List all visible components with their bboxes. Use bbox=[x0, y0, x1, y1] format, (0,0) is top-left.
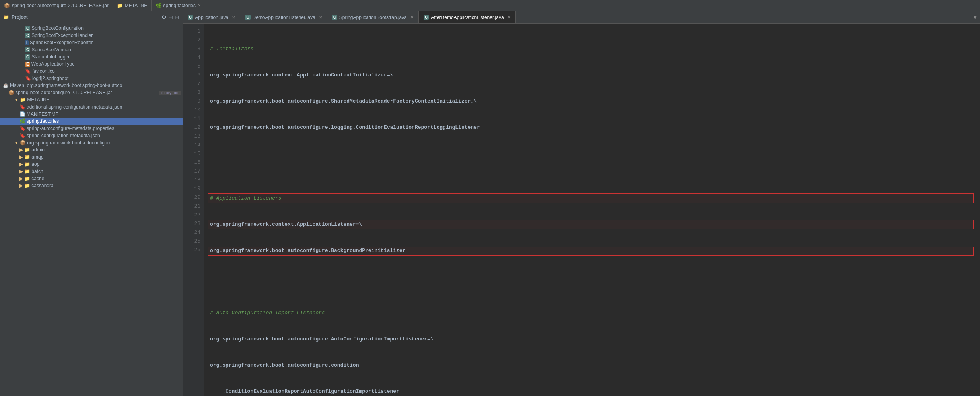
sidebar-item-cassandra[interactable]: ▶ 📁 cassandra bbox=[0, 182, 183, 189]
tab-application-java[interactable]: C Application.java ✕ bbox=[183, 11, 240, 23]
folder-icon-batch: ▶ 📁 bbox=[19, 169, 30, 174]
sidebar-item-label-springbootexceptionreporter: SpringBootExceptionReporter bbox=[30, 40, 181, 45]
sidebar-item-maven-root[interactable]: ☕ Maven: org.springframework.boot:spring… bbox=[0, 82, 183, 89]
interface-icon-springbootexceptionreporter: I bbox=[25, 40, 29, 45]
sidebar-item-springbootexceptionreporter[interactable]: I SpringBootExceptionReporter bbox=[0, 39, 183, 46]
editor-tabs: C Application.java ✕ C DemoApplicationLi… bbox=[183, 11, 980, 24]
library-root-badge: library root bbox=[159, 91, 181, 95]
sidebar-item-meta-inf[interactable]: ▼ 📁 META-INF bbox=[0, 96, 183, 103]
line-num-21: 21 bbox=[188, 202, 200, 211]
tab-label-spring-app-bootstrap: SpringApplicationBootstrap.java bbox=[339, 15, 407, 20]
sidebar-actions: ⚙ ⊟ ⊞ bbox=[161, 14, 179, 20]
folder-icon-cache: ▶ 📁 bbox=[19, 176, 30, 181]
tab-label-after-demo: AfterDemoApplicationListener.java bbox=[431, 15, 504, 20]
sidebar-item-springbootexceptionhandler[interactable]: C SpringBootExceptionHandler bbox=[0, 32, 183, 39]
tab-spring-app-bootstrap[interactable]: C SpringApplicationBootstrap.java ✕ bbox=[327, 11, 419, 23]
line-num-26: 26 bbox=[188, 246, 200, 254]
sidebar-item-batch[interactable]: ▶ 📁 batch bbox=[0, 168, 183, 175]
code-line-9 bbox=[210, 282, 974, 291]
close-icon-tab2[interactable]: ✕ bbox=[319, 15, 322, 19]
folder-icon-admin: ▶ 📁 bbox=[19, 147, 30, 153]
close-icon-tab4[interactable]: ✕ bbox=[508, 15, 511, 19]
sidebar-item-admin[interactable]: ▶ 📁 admin bbox=[0, 146, 183, 153]
expand-icon[interactable]: ⊞ bbox=[175, 14, 179, 20]
sidebar-item-label-spring-factories: spring.factories bbox=[27, 118, 181, 124]
sidebar-item-org-springframework[interactable]: ▼ 📦 org.springframework.boot.autoconfigu… bbox=[0, 139, 183, 146]
metainf-icon: 📁 bbox=[117, 3, 123, 8]
top-tab-spring-factories[interactable]: 🌿 spring.factories ✕ bbox=[152, 0, 205, 11]
class-icon-tab3: C bbox=[332, 15, 337, 20]
tab-label-application-java: Application.java bbox=[195, 15, 228, 20]
code-line-12a: org.springframework.boot.autoconfigure.c… bbox=[210, 361, 974, 370]
top-tab-metainf[interactable]: 📁 META-INF bbox=[113, 0, 152, 11]
spring-factories-icon: 🌿 bbox=[156, 3, 161, 8]
top-tab-jar[interactable]: 📦 spring-boot-autoconfigure-2.1.0.RELEAS… bbox=[0, 0, 113, 11]
top-tab-close-icon[interactable]: ✕ bbox=[198, 3, 201, 8]
sidebar-item-jar-root[interactable]: 📦 spring-boot-autoconfigure-2.1.0.RELEAS… bbox=[0, 89, 183, 96]
class-icon-startupinfologger: C bbox=[25, 54, 30, 60]
code-line-8-highlighted: org.springframework.boot.autoconfigure.B… bbox=[208, 247, 974, 256]
sidebar-item-log4j2[interactable]: 🔖 log4j2.springboot bbox=[0, 75, 183, 82]
sidebar-item-label-spring-configuration: spring-configuration-metadata.json bbox=[27, 133, 181, 138]
sidebar-item-aop[interactable]: ▶ 📁 aop bbox=[0, 161, 183, 168]
code-8: org.springframework.boot.autoconfigure.B… bbox=[210, 248, 405, 254]
sidebar-item-springbootconfiguration[interactable]: C SpringBootConfiguration bbox=[0, 25, 183, 32]
sidebar-item-webapplicationtype[interactable]: E WebApplicationType bbox=[0, 60, 183, 68]
sidebar-item-label-spring-autoconfigure: spring-autoconfigure-metadata.properties bbox=[27, 126, 181, 131]
sidebar-item-label-startupinfologger: StartupInfoLogger bbox=[31, 54, 181, 60]
line-num-24: 24 bbox=[188, 228, 200, 237]
code-line-1: # Initializers bbox=[210, 45, 974, 53]
file-icon-log4j2: 🔖 bbox=[25, 76, 31, 81]
sidebar-item-spring-configuration-metadata[interactable]: 🔖 spring-configuration-metadata.json bbox=[0, 132, 183, 139]
line-num-16: 16 bbox=[188, 158, 200, 167]
sidebar-item-label-springbootexceptionhandler: SpringBootExceptionHandler bbox=[31, 33, 181, 38]
sidebar-item-cache[interactable]: ▶ 📁 cache bbox=[0, 175, 183, 182]
sidebar-item-label-admin: admin bbox=[31, 147, 181, 153]
code-12a: org.springframework.boot.autoconfigure.c… bbox=[210, 362, 359, 368]
sidebar-item-label-jar-root: spring-boot-autoconfigure-2.1.0.RELEASE.… bbox=[16, 90, 156, 95]
file-icon-manifest: 📄 bbox=[19, 111, 25, 117]
sidebar-item-label-faviconico: favicon.ico bbox=[32, 68, 181, 74]
close-icon-tab3[interactable]: ✕ bbox=[410, 15, 414, 19]
sidebar-item-startupinfologger[interactable]: C StartupInfoLogger bbox=[0, 53, 183, 60]
close-icon-tab1[interactable]: ✕ bbox=[232, 15, 235, 19]
sidebar-item-springbootversion[interactable]: C SpringBootVersion bbox=[0, 46, 183, 53]
collapse-icon[interactable]: ⊟ bbox=[168, 14, 173, 20]
line-num-6: 6 bbox=[188, 71, 200, 80]
sidebar-tree: C SpringBootConfiguration C SpringBootEx… bbox=[0, 23, 183, 396]
tab-after-demo[interactable]: C AfterDemoApplicationListener.java ✕ bbox=[419, 11, 516, 23]
code-content: 1 2 3 4 5 6 7 8 9 10 11 12 13 14 15 16 1… bbox=[183, 24, 980, 396]
project-icon: 📁 bbox=[3, 14, 9, 20]
sidebar-item-label-springbootconfiguration: SpringBootConfiguration bbox=[31, 25, 181, 31]
line-num-4: 4 bbox=[188, 53, 200, 62]
top-tab-spring-factories-label: spring.factories bbox=[163, 3, 196, 8]
file-icon-spring-factories: 🌿 bbox=[19, 118, 25, 124]
main-layout: 📁 Project ⚙ ⊟ ⊞ C SpringBootConfiguratio… bbox=[0, 11, 980, 396]
line-num-12: 12 bbox=[188, 123, 200, 132]
sidebar-item-additional-spring[interactable]: 🔖 additional-spring-configuration-metada… bbox=[0, 103, 183, 111]
sidebar-item-amqp[interactable]: ▶ 📁 amqp bbox=[0, 153, 183, 161]
maven-icon: ☕ bbox=[3, 83, 9, 88]
tab-demo-listener[interactable]: C DemoApplicationListener.java ✕ bbox=[240, 11, 327, 23]
line-num-8: 8 bbox=[188, 88, 200, 97]
file-icon-additional-spring: 🔖 bbox=[19, 104, 25, 110]
sidebar-title: Project bbox=[12, 14, 28, 20]
settings-icon[interactable]: ⚙ bbox=[161, 14, 167, 20]
line-num-22: 22 bbox=[188, 211, 200, 219]
tab-overflow-button[interactable]: ▼ bbox=[970, 11, 980, 23]
sidebar-item-label-maven-root: Maven: org.springframework.boot:spring-b… bbox=[10, 83, 181, 88]
sidebar-item-spring-factories[interactable]: 🌿 spring.factories bbox=[0, 118, 183, 125]
sidebar-item-spring-autoconfigure-metadata[interactable]: 🔖 spring-autoconfigure-metadata.properti… bbox=[0, 125, 183, 132]
file-icon-spring-configuration: 🔖 bbox=[19, 133, 25, 138]
code-11: org.springframework.boot.autoconfigure.A… bbox=[210, 336, 434, 342]
code-4: org.springframework.boot.autoconfigure.l… bbox=[210, 124, 480, 130]
sidebar-item-faviconico[interactable]: 🔖 favicon.ico bbox=[0, 68, 183, 75]
code-2: org.springframework.context.ApplicationC… bbox=[210, 72, 393, 78]
class-icon-tab4: C bbox=[424, 15, 429, 20]
sidebar: 📁 Project ⚙ ⊟ ⊞ C SpringBootConfiguratio… bbox=[0, 11, 183, 396]
line-num-14: 14 bbox=[188, 141, 200, 149]
sidebar-item-manifest[interactable]: 📄 MANIFEST.MF bbox=[0, 111, 183, 118]
file-icon-spring-autoconfigure: 🔖 bbox=[19, 126, 25, 131]
line-num-18: 18 bbox=[188, 176, 200, 184]
line-num-15: 15 bbox=[188, 149, 200, 158]
